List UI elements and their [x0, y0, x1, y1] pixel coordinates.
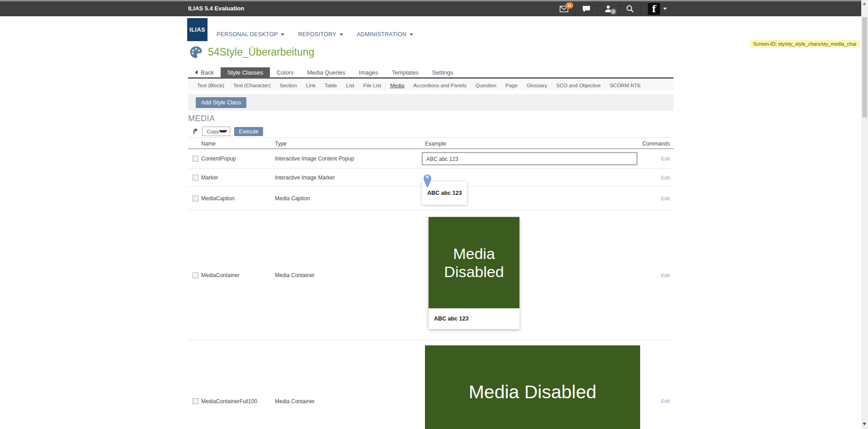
example-media-container: Media Disabled ABC abc 123: [429, 217, 519, 329]
subtab-sco-objective[interactable]: SCO and Objective: [552, 83, 605, 88]
tab-colors[interactable]: Colors: [270, 67, 301, 77]
avatar: f: [648, 3, 660, 15]
online-count-badge: 2: [610, 9, 616, 14]
bulk-action-select[interactable]: Copy: [202, 127, 230, 136]
style-class-name: Marker: [201, 174, 218, 181]
page-title-row: 54Style_Überarbeitung: [189, 45, 314, 59]
scrollbar-thumb[interactable]: [862, 17, 867, 118]
table-row: MediaCaption Media Caption ABC abc 123 E…: [188, 187, 674, 210]
ilias-page: ILIAS 5.4 Evaluation 11 2 f: [0, 0, 868, 429]
bulk-action-row: ↱ Copy Execute: [188, 125, 674, 137]
subtab-glossary[interactable]: Glossary: [522, 83, 552, 88]
table-row: Marker Interactive Image Marker Edit: [188, 169, 674, 187]
table-row: ContentPopup Interactive Image Content P…: [188, 149, 674, 169]
row-checkbox[interactable]: [193, 174, 198, 180]
media-disabled-placeholder: Media Disabled: [429, 217, 519, 308]
subtab-text-character[interactable]: Text (Character): [229, 83, 275, 88]
example-media-container-full: Media Disabled: [425, 345, 640, 429]
example-content-popup-input[interactable]: [422, 152, 637, 165]
toolbar: Add Style Class: [188, 94, 674, 111]
tab-bar: Back Style Classes Colors Media Queries …: [188, 67, 674, 79]
who-is-online-button[interactable]: 2: [597, 1, 619, 16]
search-button[interactable]: [619, 1, 641, 16]
style-class-name: ContentPopup: [201, 156, 236, 162]
style-class-type: Interactive Image Content Popup: [275, 156, 354, 162]
topbar: ILIAS 5.4 Evaluation 11 2 f: [0, 1, 861, 16]
subtab-table[interactable]: Table: [320, 83, 342, 88]
caret-down-icon: [663, 8, 667, 10]
chevron-left-icon: [195, 70, 198, 75]
chat-bubble-icon: [582, 5, 590, 13]
add-style-class-button[interactable]: Add Style Class: [196, 97, 246, 108]
tab-settings[interactable]: Settings: [425, 67, 460, 77]
palette-icon: [189, 45, 203, 59]
nav-label: PERSONAL DESKTOP: [217, 31, 278, 38]
topbar-icons: 11 2 f: [553, 1, 674, 16]
mail-button[interactable]: 11: [553, 1, 575, 16]
scroll-up-icon[interactable]: [863, 2, 866, 5]
edit-link[interactable]: Edit: [661, 156, 670, 161]
nav-personal-desktop[interactable]: PERSONAL DESKTOP: [217, 31, 284, 38]
subtab-list[interactable]: List: [341, 83, 359, 88]
subtab-question[interactable]: Question: [471, 83, 501, 88]
subtab-accordions-panels[interactable]: Accordions and Panels: [409, 83, 471, 88]
map-pin-icon: [424, 174, 431, 188]
caret-down-icon: [219, 130, 227, 132]
nav-administration[interactable]: ADMINISTRATION: [357, 31, 413, 38]
execute-button[interactable]: Execute: [234, 127, 263, 136]
scroll-down-icon[interactable]: [863, 423, 866, 425]
subtab-file-list[interactable]: File List: [359, 83, 386, 88]
row-checkbox[interactable]: [193, 398, 198, 404]
edit-link[interactable]: Edit: [661, 175, 670, 180]
arrow-up-right-icon: ↱: [192, 128, 198, 135]
search-icon: [626, 5, 634, 13]
row-checkbox[interactable]: [193, 156, 198, 162]
style-class-name: MediaCaption: [201, 195, 235, 202]
row-checkbox[interactable]: [193, 272, 198, 278]
edit-link[interactable]: Edit: [661, 196, 670, 201]
page-title: 54Style_Überarbeitung: [208, 46, 314, 58]
tab-media-queries[interactable]: Media Queries: [300, 67, 352, 77]
subtab-scorm-rte[interactable]: SCORM RTE: [605, 83, 646, 88]
user-menu-button[interactable]: f: [641, 1, 674, 16]
column-name: Name: [201, 141, 216, 147]
nav-label: REPOSITORY: [298, 31, 336, 38]
chat-button[interactable]: [575, 1, 597, 16]
subtab-section[interactable]: Section: [275, 83, 302, 88]
column-type: Type: [275, 141, 287, 147]
column-commands: Commands: [642, 141, 670, 147]
edit-link[interactable]: Edit: [661, 273, 670, 278]
screen-id-badge: Screen-ID: sty/sty_style_chars/sty_media…: [750, 40, 860, 48]
tab-style-classes[interactable]: Style Classes: [221, 67, 270, 77]
caret-down-icon: [340, 33, 343, 36]
style-class-type: Media Caption: [275, 195, 310, 202]
subtab-media[interactable]: Media: [386, 83, 409, 88]
style-class-name: MediaContainerFull100: [201, 398, 257, 405]
app-title: ILIAS 5.4 Evaluation: [188, 5, 244, 12]
style-class-name: MediaContainer: [201, 272, 240, 278]
nav-repository[interactable]: REPOSITORY: [298, 31, 343, 38]
tab-templates[interactable]: Templates: [385, 67, 425, 77]
tab-back[interactable]: Back: [188, 67, 221, 77]
subtab-link[interactable]: Link: [302, 83, 320, 88]
style-class-type: Media Container: [275, 272, 315, 278]
ilias-logo[interactable]: ILIAS: [187, 18, 208, 41]
mail-count-badge: 11: [566, 2, 573, 9]
style-class-type: Media Container: [275, 398, 315, 405]
section-heading: MEDIA: [188, 114, 215, 123]
subtab-text-block[interactable]: Text (Block): [193, 83, 229, 88]
edit-link[interactable]: Edit: [661, 398, 670, 404]
column-example: Example: [425, 141, 446, 147]
main-navigation: PERSONAL DESKTOP REPOSITORY ADMINISTRATI…: [217, 31, 413, 38]
caret-down-icon: [410, 33, 413, 36]
bulk-action-value: Copy: [207, 129, 219, 134]
row-checkbox[interactable]: [193, 195, 198, 201]
table-header: Name Type Example Commands: [188, 137, 674, 149]
nav-label: ADMINISTRATION: [357, 31, 406, 38]
style-class-type: Interactive Image Marker: [275, 174, 335, 181]
tab-back-label: Back: [201, 69, 214, 76]
page-scrollbar[interactable]: [861, 0, 868, 429]
subtab-page[interactable]: Page: [501, 83, 522, 88]
tab-images[interactable]: Images: [352, 67, 385, 77]
table-row: MediaContainerFull100 Media Container Me…: [188, 340, 674, 429]
